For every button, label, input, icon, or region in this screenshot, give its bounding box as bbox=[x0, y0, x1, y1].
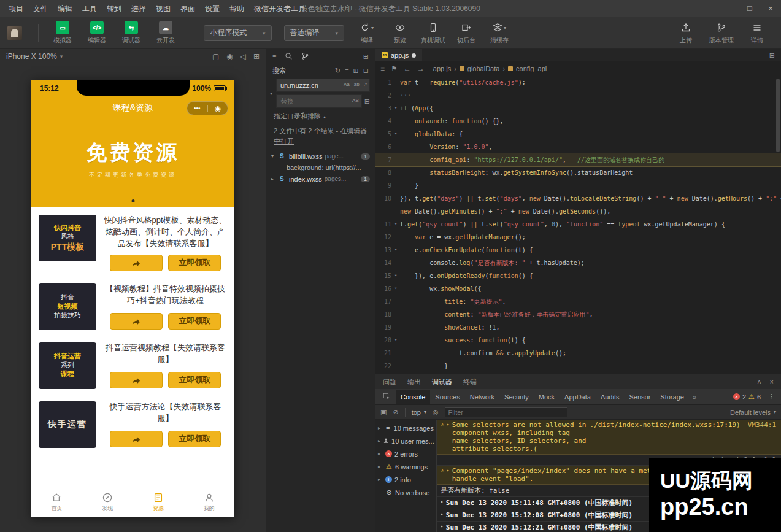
toolbar-action-details[interactable]: 详情 bbox=[741, 21, 774, 45]
toolbar-action-preview[interactable]: 预览 bbox=[383, 21, 417, 45]
devtools-tab-network[interactable]: Network bbox=[465, 390, 499, 404]
console-sidebar-toggle-icon[interactable]: ▣ bbox=[380, 408, 387, 416]
breadcrumb-segment[interactable]: app.js bbox=[433, 65, 451, 72]
close-panel-icon[interactable]: × bbox=[770, 378, 774, 385]
menu-item[interactable]: 编辑 bbox=[53, 0, 77, 17]
share-button[interactable] bbox=[110, 431, 163, 447]
code-line[interactable]: 14 console.log("是否有新版本: " + t.hasUpdate)… bbox=[375, 256, 781, 269]
toggle-replace-icon[interactable]: ▾ bbox=[267, 79, 275, 108]
context-selector[interactable]: top▾ bbox=[412, 409, 426, 416]
console-message[interactable]: ⚠▸Some selectors are not allowed in comp… bbox=[437, 420, 781, 455]
devtools-tab-security[interactable]: Security bbox=[499, 390, 534, 404]
fold-icon[interactable]: ▾ bbox=[391, 244, 400, 256]
console-filter-verbose[interactable]: ⊘No verbose bbox=[375, 486, 436, 499]
toolbar-toggle-cloud[interactable]: ☁云开发 bbox=[149, 21, 182, 45]
log-levels-selector[interactable]: Default levels▾ bbox=[730, 409, 776, 416]
code-line[interactable]: 11▾t.get("qsy_count") || t.set("qsy_coun… bbox=[375, 218, 781, 231]
code-line[interactable]: 18 content: "新版本已经准备好，单击确定重启应用", bbox=[375, 308, 781, 321]
modified-dot-icon[interactable] bbox=[412, 53, 416, 58]
code-line[interactable]: new Date().getMinutes() + ":" + new Date… bbox=[375, 205, 781, 218]
tab-overflow-icon[interactable]: » bbox=[690, 393, 699, 401]
devtools-tab-audits[interactable]: Audits bbox=[596, 390, 625, 404]
split-editor-icon[interactable]: ⊞ bbox=[363, 53, 369, 61]
detach-window-icon[interactable]: ⊞ bbox=[253, 52, 260, 61]
minimize-button[interactable]: – bbox=[718, 0, 739, 17]
search-option-Aa[interactable]: Aa bbox=[342, 81, 351, 88]
menu-item[interactable]: 文件 bbox=[28, 0, 53, 17]
devtools-more-icon[interactable]: ⋮ bbox=[766, 393, 777, 401]
editor-menu-icon[interactable]: ≡ bbox=[380, 64, 385, 73]
collapse-all-icon[interactable]: ⊟ bbox=[363, 67, 369, 75]
menu-item[interactable]: 项目 bbox=[4, 0, 28, 17]
search-details-toggle[interactable]: 指定目录和排除▴ bbox=[266, 108, 375, 122]
fold-icon[interactable]: ▾ bbox=[391, 334, 400, 347]
explorer-icon[interactable]: ≡ bbox=[272, 53, 276, 60]
devtools-tab-console[interactable]: Console bbox=[396, 390, 430, 404]
menu-item[interactable]: 选择 bbox=[126, 0, 151, 17]
code-line[interactable]: 5▾ globalData: { bbox=[375, 128, 781, 141]
fold-icon[interactable]: ▾ bbox=[391, 128, 400, 141]
code-line[interactable]: 21 t.confirm && e.applyUpdate(); bbox=[375, 347, 781, 360]
close-button[interactable]: × bbox=[760, 0, 781, 17]
code-line[interactable]: 20▾ success: function(t) { bbox=[375, 334, 781, 347]
console-filter-user[interactable]: ▸10 user mes... bbox=[375, 434, 436, 447]
expand-caret-icon[interactable]: ▸ bbox=[441, 523, 444, 529]
search-result-file[interactable]: ▸Sindex.wxsspages...1 bbox=[266, 172, 375, 185]
toolbar-action-background[interactable]: 切后台 bbox=[450, 21, 483, 45]
breadcrumb-segment[interactable]: globalData bbox=[467, 65, 500, 72]
source-file-link[interactable]: ./dist/index-notice/index.wxss:17:19) bbox=[590, 421, 741, 429]
search-tab-icon[interactable] bbox=[285, 52, 293, 61]
open-file-icon[interactable]: ⊞ bbox=[353, 67, 359, 75]
close-capsule-icon[interactable]: ◉ bbox=[215, 104, 221, 113]
editor-tab-appjs[interactable]: JS app.js bbox=[375, 49, 422, 61]
search-option-ab[interactable]: ab bbox=[353, 81, 361, 88]
code-line[interactable]: 1var t = require("utils/cache.js"); bbox=[375, 76, 781, 89]
bookmark-icon[interactable]: ⚑ bbox=[391, 64, 398, 73]
search-result-file[interactable]: ▾Sbilibili.wxsspage...1 bbox=[266, 150, 375, 163]
code-line[interactable]: 7 config_api: "https://127.0.0.1/api/", … bbox=[375, 153, 781, 166]
expand-caret-icon[interactable]: ▸ bbox=[441, 511, 444, 517]
claim-button[interactable]: 立即领取 bbox=[168, 431, 221, 447]
capsule-menu[interactable]: ••• ◉ bbox=[187, 101, 228, 115]
code-line[interactable]: 9 } bbox=[375, 179, 781, 192]
maximize-button[interactable]: □ bbox=[739, 0, 760, 17]
toolbar-toggle-debugger[interactable]: ⇆调试器 bbox=[115, 21, 148, 45]
devtools-tab-mock[interactable]: Mock bbox=[534, 390, 560, 404]
code-line[interactable]: 6 Version: "1.0.0", bbox=[375, 141, 781, 153]
refresh-icon[interactable]: ↻ bbox=[335, 67, 340, 75]
toolbar-action-cache[interactable]: ▾清缓存 bbox=[483, 21, 516, 45]
code-line[interactable]: 15▾ }), e.onUpdateReady(function() { bbox=[375, 269, 781, 282]
search-option-.*[interactable]: .* bbox=[363, 81, 368, 88]
claim-button[interactable]: 立即领取 bbox=[168, 372, 221, 388]
code-line[interactable]: 10}), t.get("days") || t.set("days", new… bbox=[375, 192, 781, 205]
toolbar-action-compile[interactable]: ▾编译 bbox=[350, 21, 383, 45]
code-line[interactable]: 22 } bbox=[375, 360, 781, 372]
devtools-tab-storage[interactable]: Storage bbox=[655, 390, 689, 404]
panel-tab[interactable]: 终端 bbox=[463, 377, 477, 387]
code-line[interactable]: 4 onLaunch: function() {}, bbox=[375, 115, 781, 128]
console-filter-error[interactable]: ▸×2 errors bbox=[375, 447, 436, 460]
screen-icon[interactable]: ▢ bbox=[212, 52, 219, 61]
list-icon[interactable]: ≡ bbox=[345, 67, 348, 75]
claim-button[interactable]: 立即领取 bbox=[168, 255, 221, 271]
toolbar-toggle-editor[interactable]: </>编辑器 bbox=[80, 21, 113, 45]
share-button[interactable] bbox=[110, 255, 163, 271]
fold-icon[interactable]: ▾ bbox=[391, 269, 400, 282]
breadcrumb-segment[interactable]: config_api bbox=[516, 65, 547, 72]
code-line[interactable]: 12 var e = wx.getUpdateManager(); bbox=[375, 231, 781, 244]
compile-dropdown[interactable]: 普通编译 ▾ bbox=[284, 25, 345, 41]
toolbar-action-upload[interactable]: 上传 bbox=[669, 21, 702, 45]
inspect-element-icon[interactable] bbox=[383, 393, 391, 401]
menu-item[interactable]: 帮助 bbox=[225, 0, 249, 17]
expand-caret-icon[interactable]: ▸ bbox=[447, 421, 450, 427]
menu-item[interactable]: 工具 bbox=[77, 0, 102, 17]
clear-console-icon[interactable]: ⊘ bbox=[393, 408, 398, 416]
device-selector[interactable]: iPhone X 100% bbox=[6, 52, 57, 61]
share-button[interactable] bbox=[110, 372, 163, 388]
collapse-panel-icon[interactable]: ˄ bbox=[757, 378, 761, 385]
replace-all-icon[interactable]: ⊞ bbox=[364, 98, 370, 106]
code-line[interactable]: 3▾if (App({ bbox=[375, 102, 781, 115]
code-line[interactable]: 8 statusBarHeight: wx.getSystemInfoSync(… bbox=[375, 166, 781, 179]
share-button[interactable] bbox=[110, 313, 163, 330]
toolbar-action-remote[interactable]: 真机调试 bbox=[417, 21, 450, 45]
